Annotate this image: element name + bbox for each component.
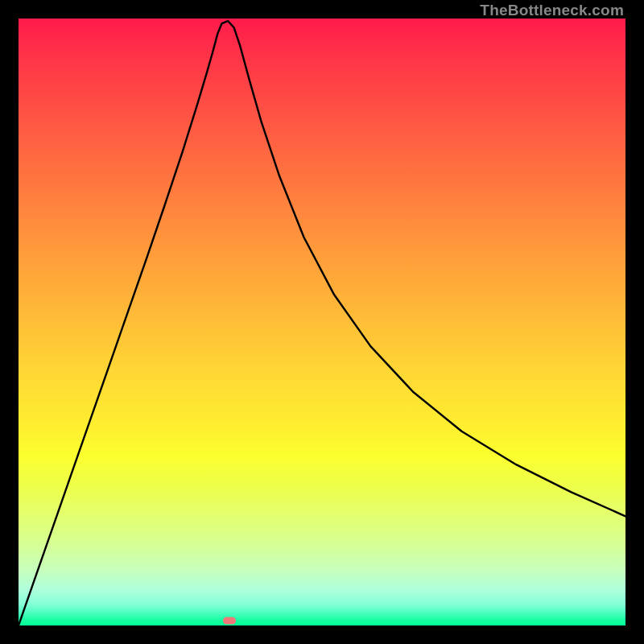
chart-marker bbox=[223, 617, 236, 624]
watermark-text: TheBottleneck.com bbox=[480, 2, 624, 19]
chart-curve bbox=[19, 19, 625, 625]
chart-frame bbox=[19, 19, 625, 625]
